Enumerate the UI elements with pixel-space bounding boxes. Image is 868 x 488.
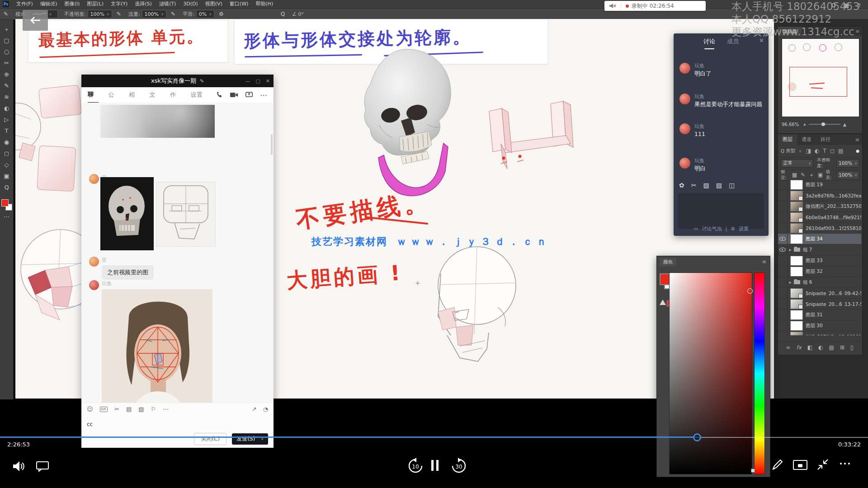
tab-settings[interactable]: 设置∨ xyxy=(191,87,206,103)
group-expand-icon[interactable]: ▸ xyxy=(788,280,793,285)
menu-3d[interactable]: 3D(D) xyxy=(179,0,202,8)
shared-image-portrait-study[interactable] xyxy=(102,289,212,403)
tab-chat[interactable]: 聊天 xyxy=(88,87,99,103)
image-icon[interactable]: ▧ xyxy=(703,182,709,189)
menu-filter[interactable]: 滤镜(T) xyxy=(156,0,179,8)
toolbar-more-icon[interactable]: ⋯ xyxy=(1,211,13,222)
expand-input-icon[interactable]: ↗ xyxy=(252,406,257,413)
speaker-muted-icon[interactable] xyxy=(609,3,616,9)
avatar[interactable] xyxy=(89,280,99,290)
chat-titlebar[interactable]: xsk写实肖像一期 ✎ — ▢ ✕ xyxy=(81,75,274,87)
more-options-button[interactable] xyxy=(840,463,850,465)
shared-image-skull-photo[interactable] xyxy=(100,177,154,250)
lasso-tool-icon[interactable]: ○ xyxy=(1,46,13,57)
maximize-icon[interactable]: ▢ xyxy=(255,78,260,84)
layer-row[interactable]: 6b0e0a43748...f9e9215ca xyxy=(778,212,861,223)
pause-button[interactable] xyxy=(430,459,439,472)
visibility-toggle[interactable] xyxy=(778,277,788,287)
tab-paths[interactable]: 路径 xyxy=(816,135,835,144)
menu-layer[interactable]: 图层(L) xyxy=(83,0,107,8)
shared-image-cube-skull-sketch[interactable] xyxy=(156,182,216,247)
screenshot-scissors-icon[interactable]: ✂ xyxy=(691,182,697,189)
brush-tool-icon[interactable]: ✎ xyxy=(1,80,13,91)
visibility-toggle[interactable] xyxy=(778,255,788,266)
visibility-toggle[interactable] xyxy=(778,331,788,335)
layer-group-row[interactable]: ▸组 6 xyxy=(778,277,861,288)
navigator-zoom-slider[interactable] xyxy=(809,124,840,125)
type-tool-icon[interactable]: T xyxy=(1,125,13,136)
tab-homework[interactable]: 作业 xyxy=(170,87,181,103)
layer-row[interactable]: 微信图片_202...3152750 xyxy=(778,201,861,212)
visibility-toggle[interactable] xyxy=(778,179,788,190)
visibility-toggle[interactable] xyxy=(778,310,788,320)
mini-player-button[interactable] xyxy=(793,460,807,471)
hue-slider-handle[interactable] xyxy=(751,469,755,473)
filter-adjust-icon[interactable]: ◐ xyxy=(815,148,819,154)
annotate-button[interactable] xyxy=(771,458,784,471)
layer-row[interactable]: 图层 19 xyxy=(778,179,861,190)
visibility-toggle[interactable] xyxy=(778,299,788,309)
menu-view[interactable]: 视图(V) xyxy=(202,0,226,8)
filter-type-icon[interactable]: T xyxy=(823,148,826,154)
foreground-color-swatch[interactable] xyxy=(1,199,9,206)
avatar[interactable] xyxy=(679,63,690,74)
pressure-opacity-icon[interactable]: ✎ xyxy=(117,11,121,17)
visibility-toggle[interactable] xyxy=(778,320,788,331)
more-icon[interactable]: ⋯ xyxy=(260,91,267,99)
zoom-in-icon[interactable]: ▲ xyxy=(843,122,847,127)
link-layers-icon[interactable]: ∞ xyxy=(786,344,790,351)
eyedropper-tool-icon[interactable]: ⊕ xyxy=(1,69,13,80)
layer-row[interactable]: 图层 30 xyxy=(778,320,861,331)
panel-menu-icon[interactable]: ≡ xyxy=(762,259,766,265)
gif-icon[interactable]: GIF xyxy=(100,407,108,412)
layer-row[interactable]: 图层 32 xyxy=(778,266,861,277)
progress-handle[interactable] xyxy=(693,433,701,441)
layer-row-selected[interactable]: 图层 34 xyxy=(778,234,861,244)
lock-move-icon[interactable]: ＋ xyxy=(809,171,814,179)
menu-file[interactable]: 文件(F) xyxy=(13,0,37,8)
lock-paint-icon[interactable]: ✎ xyxy=(801,172,805,178)
lock-all-icon[interactable]: ▣ xyxy=(818,172,823,178)
visibility-toggle[interactable] xyxy=(778,212,788,222)
discussion-settings[interactable]: 设置 xyxy=(739,225,749,232)
panel-menu-icon[interactable]: ≡ xyxy=(855,137,859,143)
layer-row[interactable]: IMG_5871(2...13-0826181 xyxy=(778,331,861,335)
hand-tool-icon[interactable]: ▣ xyxy=(1,170,13,182)
filter-pixel-icon[interactable]: ◨ xyxy=(806,148,811,154)
share-window-icon[interactable]: ◫ xyxy=(729,182,735,189)
image-icon[interactable]: ▧ xyxy=(138,406,144,413)
path-tool-icon[interactable]: ◇ xyxy=(1,159,13,170)
tab-members[interactable]: 成员 xyxy=(727,38,739,46)
menu-edit[interactable]: 编辑(E) xyxy=(37,0,61,8)
eraser-tool-icon[interactable]: ≋ xyxy=(1,91,13,103)
avatar[interactable] xyxy=(679,158,690,169)
visibility-toggle[interactable] xyxy=(778,201,788,211)
pen-tool-icon[interactable]: ▷ xyxy=(1,114,13,125)
message-history-icon[interactable]: ◔ xyxy=(263,406,268,413)
opacity-dropdown[interactable]: 100%∨ xyxy=(88,10,112,18)
airbrush-icon[interactable]: ✎ xyxy=(171,11,175,17)
group-expand-icon[interactable]: ▸ xyxy=(788,247,793,252)
back-button[interactable] xyxy=(23,10,48,31)
menu-type[interactable]: 文字(Y) xyxy=(107,0,131,8)
layer-row[interactable]: 图层 31 xyxy=(778,310,861,320)
flow-dropdown[interactable]: 100%∨ xyxy=(142,10,166,18)
filter-smart-icon[interactable]: ▤ xyxy=(838,148,843,154)
exit-fullscreen-button[interactable] xyxy=(816,458,829,471)
tab-layers[interactable]: 图层 xyxy=(778,134,797,145)
visibility-toggle[interactable] xyxy=(778,190,788,201)
layer-group-row[interactable]: ▸组 7 xyxy=(778,244,861,255)
visibility-toggle[interactable] xyxy=(778,223,788,233)
forward-30-button[interactable]: 30 xyxy=(450,457,467,474)
tab-discussion[interactable]: 讨论 xyxy=(703,38,715,46)
menu-window[interactable]: 窗口(W) xyxy=(226,0,252,8)
layer-row[interactable]: Snipaste_20...6_09-42-54 xyxy=(778,288,861,299)
chat-message-list[interactable]: 堂 xyxy=(81,103,274,403)
color-field-cursor[interactable] xyxy=(747,288,753,294)
layer-style-icon[interactable]: fx xyxy=(796,344,801,351)
layer-mask-icon[interactable]: ◧ xyxy=(807,344,812,351)
more-tools-icon[interactable]: ⋯ xyxy=(163,406,169,413)
avatar[interactable] xyxy=(679,123,690,134)
edit-title-icon[interactable]: ✎ xyxy=(200,78,204,84)
rewind-10-button[interactable]: 10 xyxy=(407,457,424,474)
